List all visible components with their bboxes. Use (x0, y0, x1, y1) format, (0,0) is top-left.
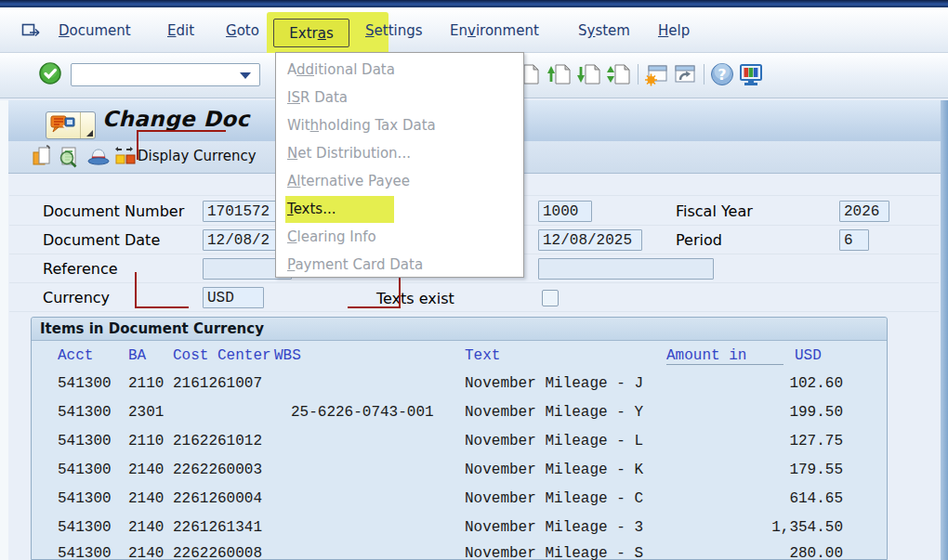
cell-text: November Mileage - J (465, 375, 643, 392)
table-row[interactable]: 541300 2110 2162261012 November Mileage … (32, 433, 887, 455)
menu-bar: Document Edit Goto Extras Settings Envir… (0, 7, 948, 53)
menu-settings[interactable]: Settings (365, 20, 423, 41)
services-for-object-button[interactable] (46, 111, 96, 139)
col-cost-center[interactable]: Cost Center (173, 347, 271, 364)
command-dropdown-icon[interactable] (240, 72, 251, 79)
menu-goto[interactable]: Goto (226, 20, 259, 41)
new-session-icon[interactable] (644, 61, 670, 87)
menu-help[interactable]: Help (658, 20, 690, 41)
fiscal-year-field[interactable] (839, 201, 889, 222)
help-icon[interactable]: ? (709, 61, 735, 87)
cell-text: November Mileage - C (465, 490, 643, 507)
toolbar-separator (638, 64, 639, 85)
table-header-row: Acct BA Cost Center WBS Text Amount in U… (32, 347, 887, 368)
cell-acct: 541300 (58, 545, 112, 560)
row-separator (9, 311, 939, 312)
cell-text: November Mileage - K (465, 462, 643, 478)
cell-cost-center: 2261260004 (173, 490, 262, 507)
menu-item-withholding-tax-data[interactable]: Withholding Tax Data (276, 111, 523, 139)
create-shortcut-icon[interactable] (672, 61, 698, 87)
menu-item-net-distribution[interactable]: Net Distribution... (276, 139, 523, 167)
menu-system[interactable]: System (578, 20, 630, 41)
cell-amount: 614.65 (666, 490, 843, 507)
currency-label: Currency (43, 288, 110, 308)
menu-item-isr-data[interactable]: ISR Data (276, 84, 523, 111)
menu-extras[interactable]: Extras (273, 19, 349, 47)
menu-item-alternative-payee[interactable]: Alternative Payee (276, 167, 523, 195)
cell-text: November Mileage - L (465, 433, 643, 449)
system-menu-icon[interactable] (20, 22, 43, 39)
cell-amount: 199.50 (666, 404, 843, 421)
cell-acct: 541300 (58, 375, 112, 392)
col-acct[interactable]: Acct (58, 347, 93, 364)
texts-exist-checkbox[interactable] (542, 290, 559, 306)
menu-edit[interactable]: Edit (167, 20, 194, 41)
company-code-field[interactable] (538, 201, 592, 222)
fiscal-year-label: Fiscal Year (676, 202, 753, 222)
col-text[interactable]: Text (465, 347, 500, 364)
currency-field[interactable] (203, 287, 264, 308)
cell-text: November Mileage - S (465, 545, 643, 560)
period-field[interactable] (839, 229, 869, 251)
window-titlebar-edge (0, 0, 948, 7)
customize-layout-icon[interactable] (738, 61, 764, 87)
annotation-line (348, 306, 401, 308)
menu-extras-label: Extras (289, 25, 333, 42)
menu-item-additional-data[interactable]: Additional Data (276, 56, 523, 84)
cell-acct: 541300 (58, 519, 112, 536)
menu-item-payment-card-data[interactable]: Payment Card Data (276, 251, 523, 279)
display-currency-button[interactable]: Display Currency (138, 148, 257, 164)
table-row[interactable]: 541300 2140 2261260004 November Mileage … (32, 490, 887, 513)
cell-ba: 2301 (128, 404, 164, 421)
col-amount-in[interactable]: Amount in (666, 347, 783, 365)
annotation-line (137, 130, 226, 132)
table-row[interactable]: 541300 2301 25-6226-0743-001 November Mi… (32, 404, 887, 426)
items-group-title: Items in Document Currency (32, 318, 887, 341)
col-ba[interactable]: BA (128, 347, 146, 364)
cell-amount: 127.75 (666, 433, 843, 449)
yellow-marker-texts: Texts... (285, 196, 394, 223)
posting-date-field[interactable] (538, 229, 642, 251)
last-page-icon[interactable] (606, 61, 632, 87)
menu-item-texts[interactable]: Texts... (276, 195, 523, 223)
copy-item-icon[interactable] (31, 145, 55, 169)
next-page-icon[interactable] (576, 61, 602, 87)
cell-ba: 2110 (128, 375, 164, 392)
svg-text:?: ? (718, 66, 726, 84)
document-date-label: Document Date (43, 230, 160, 251)
document-number-label: Document Number (43, 202, 184, 222)
cell-acct: 541300 (58, 433, 112, 449)
cell-amount: 179.55 (666, 462, 843, 478)
toolbar-separator (704, 64, 704, 85)
display-currency-squares-icon[interactable] (113, 145, 138, 169)
table-row[interactable]: 541300 2140 2261261341 November Mileage … (32, 519, 887, 541)
cell-acct: 541300 (58, 404, 112, 421)
enter-check-icon[interactable] (38, 61, 62, 85)
annotation-line (135, 306, 189, 308)
reference-label: Reference (43, 259, 118, 280)
window-right-edge (941, 100, 948, 560)
services-for-object-icon (46, 112, 81, 138)
cell-amount: 1,354.50 (666, 519, 843, 536)
cell-cost-center: 2261261341 (173, 519, 262, 536)
table-row[interactable]: 541300 2140 2262260008 November Mileage … (32, 545, 887, 560)
table-row[interactable]: 541300 2110 2161261007 November Mileage … (32, 375, 887, 397)
cell-amount: 102.60 (666, 375, 843, 392)
page-title: Change Doc (102, 107, 250, 131)
col-wbs[interactable]: WBS (274, 347, 301, 364)
menu-environment[interactable]: Environment (450, 20, 539, 41)
display-item-icon[interactable] (57, 145, 81, 169)
table-row[interactable]: 541300 2140 2262260003 November Mileage … (32, 462, 887, 484)
cell-ba: 2140 (128, 519, 164, 536)
cell-wbs: 25-6226-0743-001 (291, 404, 434, 421)
menu-item-clearing-info[interactable]: Clearing Info (276, 223, 523, 251)
items-group-box: Items in Document Currency Acct BA Cost … (31, 317, 888, 560)
command-field[interactable] (71, 63, 260, 86)
menu-document[interactable]: Document (59, 20, 131, 41)
sap-gui-window: Document Edit Goto Extras Settings Envir… (0, 0, 948, 560)
previous-page-icon[interactable] (546, 61, 573, 87)
services-dropdown[interactable] (81, 112, 95, 138)
doc-header-text-field[interactable] (538, 258, 714, 280)
col-usd[interactable]: USD (795, 347, 822, 364)
document-header-hat-icon[interactable] (86, 145, 111, 169)
